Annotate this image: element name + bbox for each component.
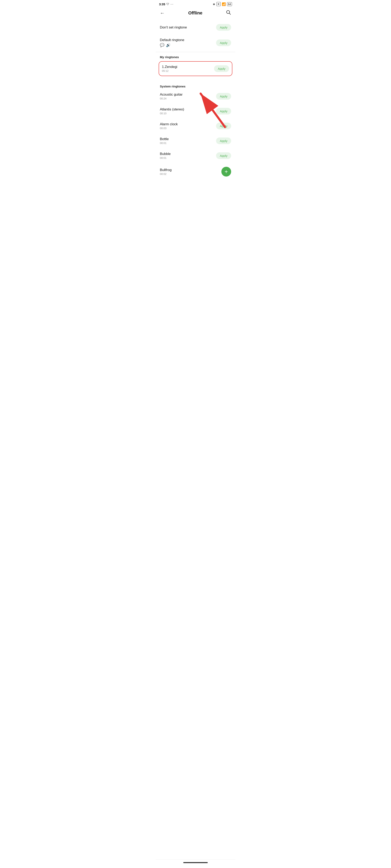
ringtone-duration-acoustic: 00:24	[160, 97, 216, 100]
ringtone-icons: 💬 🔊	[160, 43, 216, 48]
apply-button-atlantis[interactable]: Apply	[216, 108, 231, 115]
ringtone-duration-bottle: 00:01	[160, 142, 216, 145]
ringtone-item-content-zendegi: 1.Zendegi 05:12	[162, 65, 214, 72]
ringtone-item-dont-set: Don't set ringtone Apply	[156, 20, 235, 34]
status-bar: 3:35 🛡 ··· ∗ ✕ 📶 64	[156, 0, 235, 7]
ringtone-item-content-bullfrog: Bullfrog 00:02	[160, 168, 221, 176]
ringtone-item-acoustic-guitar: Acoustic guitar 00:24 Apply	[156, 89, 235, 104]
ringtone-duration-zendegi: 05:12	[162, 69, 214, 72]
apply-button-default[interactable]: Apply	[216, 39, 231, 46]
ringtone-duration-bullfrog: 00:02	[160, 173, 221, 176]
apply-button-acoustic-guitar[interactable]: Apply	[216, 93, 231, 100]
search-button[interactable]	[225, 9, 232, 17]
divider	[156, 52, 235, 52]
section-label-system-ringtones: System ringtones	[156, 82, 235, 89]
apply-button-dont-set[interactable]: Apply	[216, 24, 231, 31]
status-right: ∗ ✕ 📶 64	[213, 2, 232, 6]
status-time: 3:35	[159, 2, 165, 6]
ringtone-duration-bubble: 00:01	[160, 156, 216, 159]
ringtone-item-bottle: Bottle 00:01 Apply	[156, 133, 235, 148]
shield-icon: 🛡	[166, 2, 169, 6]
ringtone-item-content-acoustic: Acoustic guitar 00:24	[160, 93, 216, 100]
ringtone-item-bubble: Bubble 00:01 Apply	[156, 148, 235, 163]
ringtone-name-bottle: Bottle	[160, 137, 216, 141]
ringtone-item-alarm-clock: Alarm clock 00:03 Apply	[156, 119, 235, 133]
ringtone-item-content-atlantis: Atlantis (stereo) 00:10	[160, 107, 216, 115]
ringtone-name-default: Default ringtone	[160, 38, 216, 42]
ringtone-item-content-bubble: Bubble 00:01	[160, 152, 216, 159]
ringtone-item-default: Default ringtone 💬 🔊 Apply	[156, 34, 235, 51]
x-icon: ✕	[217, 2, 221, 6]
svg-line-1	[229, 13, 230, 14]
apply-button-bubble[interactable]: Apply	[216, 152, 231, 159]
search-icon	[226, 10, 231, 15]
sound-icon: 🔊	[166, 43, 170, 48]
ringtone-name-atlantis: Atlantis (stereo)	[160, 107, 216, 112]
ringtone-item-atlantis: Atlantis (stereo) 00:10 Apply	[156, 104, 235, 119]
ringtone-item-content-default: Default ringtone 💬 🔊	[160, 38, 216, 48]
battery-icon: 64	[227, 2, 232, 6]
plus-icon: +	[225, 169, 228, 175]
chat-icon: 💬	[160, 43, 164, 48]
apply-button-alarm-clock[interactable]: Apply	[216, 123, 231, 129]
add-button-bullfrog[interactable]: +	[221, 167, 231, 177]
ringtone-duration-atlantis: 00:10	[160, 112, 216, 115]
bluetooth-icon: ∗	[213, 2, 215, 6]
ringtone-item-content: Don't set ringtone	[160, 25, 216, 30]
ringtone-item-content-bottle: Bottle 00:01	[160, 137, 216, 145]
ringtone-name-acoustic: Acoustic guitar	[160, 93, 216, 97]
ringtone-name: Don't set ringtone	[160, 25, 216, 30]
ringtone-name-alarm: Alarm clock	[160, 122, 216, 126]
bottom-nav	[156, 860, 235, 868]
ringtone-item-content-alarm: Alarm clock 00:03	[160, 122, 216, 130]
back-button[interactable]: ←	[159, 9, 166, 17]
ringtone-name-zendegi: 1.Zendegi	[162, 65, 214, 69]
apply-button-bottle[interactable]: Apply	[216, 137, 231, 144]
status-left: 3:35 🛡 ···	[159, 2, 173, 6]
page-title: Offline	[188, 10, 202, 16]
ringtone-name-bullfrog: Bullfrog	[160, 168, 221, 172]
top-bar: ← Offline	[156, 7, 235, 20]
ringtone-name-bubble: Bubble	[160, 152, 216, 156]
ringtone-duration-alarm: 00:03	[160, 127, 216, 130]
section-label-my-ringtones: My ringtones	[156, 53, 235, 60]
home-indicator	[183, 862, 208, 863]
wifi-icon: 📶	[222, 2, 226, 6]
ringtone-item-zendegi: 1.Zendegi 05:12 Apply	[159, 61, 232, 76]
ringtone-item-bullfrog: Bullfrog 00:02 +	[156, 163, 235, 180]
more-icon: ···	[170, 2, 173, 6]
apply-button-zendegi[interactable]: Apply	[214, 65, 229, 72]
